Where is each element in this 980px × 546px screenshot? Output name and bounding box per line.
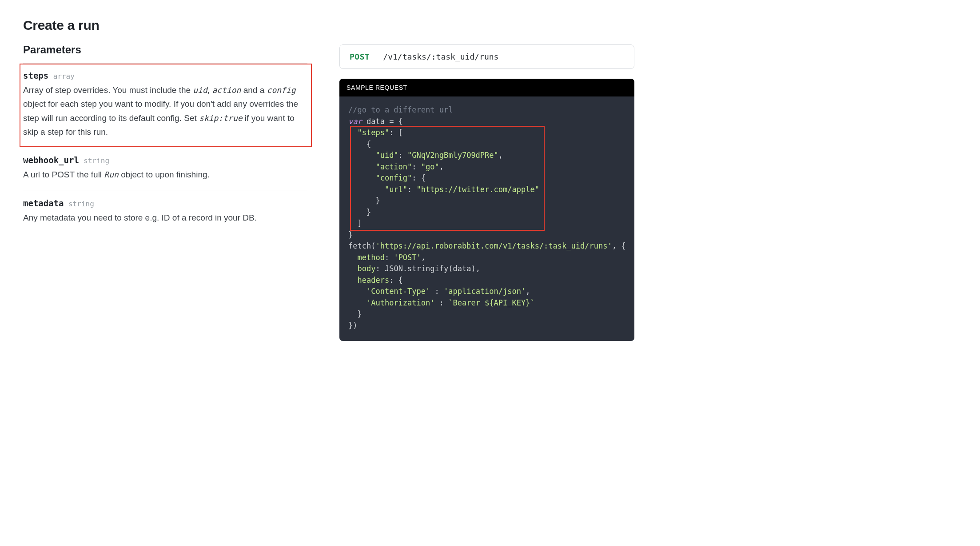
inline-code-uid: uid [193,85,207,95]
code-string: 'Content-Type' [367,287,430,296]
code-punc: } [375,196,380,205]
code-string: `Bearer ${API_KEY}` [448,298,534,307]
sample-request-code: //go to a different url var data = { "st… [339,96,634,341]
code-punc: = { [389,117,403,126]
code-key: body [357,264,375,273]
code-keyword: var [348,117,362,126]
code-punc: , [421,253,426,262]
code-call: fetch( [348,241,375,250]
code-punc: } [367,208,371,217]
code-string: 'https://api.roborabbit.com/v1/tasks/:ta… [375,241,612,250]
desc-text: and a [241,85,267,95]
param-description: Any metadata you need to store e.g. ID o… [23,211,307,225]
sample-request-box: SAMPLE REQUEST //go to a different url v… [339,79,634,341]
code-key: "steps" [357,128,389,137]
endpoint-bar: POST /v1/tasks/:task_uid/runs [339,44,634,69]
param-name: steps [23,71,48,80]
code-punc: ] [357,219,362,228]
parameters-heading: Parameters [23,44,307,56]
param-description: A url to POST the full Run object to upo… [23,168,307,181]
code-string: "https://twitter.com/apple" [417,185,539,194]
code-string: 'application/json' [444,287,526,296]
left-column: Create a run Parameters steps array Arra… [23,18,307,233]
desc-text: Array of step overrides. You must includ… [23,85,193,95]
code-expr: JSON.stringify(data) [385,264,476,273]
right-column: POST /v1/tasks/:task_uid/runs SAMPLE REQ… [339,18,634,341]
code-punc: }) [348,321,357,330]
code-punc: } [357,309,362,318]
inline-code-skip: skip:true [199,113,243,123]
code-string: "go" [421,162,439,171]
param-header: steps array [23,71,307,80]
code-string: 'POST' [394,253,421,262]
desc-text: , [207,85,212,95]
code-punc: , [439,162,444,171]
desc-text: object to upon finishing. [119,170,210,179]
sample-request-label: SAMPLE REQUEST [339,79,634,96]
code-key: headers [357,276,389,285]
http-method: POST [350,52,370,61]
param-metadata: metadata string Any metadata you need to… [23,190,307,233]
inline-code-action: action [212,85,241,95]
code-punc: : [398,151,407,160]
code-key: "uid" [375,151,398,160]
param-webhook-url: webhook_url string A url to POST the ful… [23,147,307,189]
param-type: string [68,200,94,208]
code-punc: : [412,162,421,171]
param-description: Array of step overrides. You must includ… [23,83,307,139]
code-string: 'Authorization' [367,298,435,307]
param-header: metadata string [23,198,307,208]
code-punc: : [385,253,394,262]
code-punc: , [498,151,503,160]
desc-text: A url to POST the full [23,170,104,179]
param-header: webhook_url string [23,155,307,165]
code-string: "GNqV2ngBmly7O9dPRe" [407,151,498,160]
endpoint-path: /v1/tasks/:task_uid/runs [383,52,498,61]
code-punc: : [ [389,128,403,137]
code-key: "url" [385,185,407,194]
code-punc: , [526,287,530,296]
code-identifier: data [367,117,385,126]
code-key: "config" [375,173,412,182]
code-punc: { [367,140,371,149]
param-type: string [84,157,109,165]
inline-code-run: Run [104,170,119,179]
inline-code-config: config [267,85,296,95]
code-key: method [357,253,384,262]
param-type: array [53,72,75,80]
code-key: "action" [375,162,412,171]
code-punc: } [348,230,353,239]
code-punc: : [375,264,384,273]
param-steps: steps array Array of step overrides. You… [20,64,312,147]
code-punc: : [439,298,444,307]
param-name: webhook_url [23,155,79,165]
code-punc: , { [612,241,626,250]
param-name: metadata [23,198,64,208]
code-comment: //go to a different url [348,105,453,114]
code-punc: , [476,264,480,273]
code-punc: : [407,185,416,194]
page-title: Create a run [23,18,307,33]
code-punc: : { [389,276,403,285]
code-punc: : [435,287,439,296]
page: Create a run Parameters steps array Arra… [0,0,980,368]
code-punc: : { [412,173,426,182]
